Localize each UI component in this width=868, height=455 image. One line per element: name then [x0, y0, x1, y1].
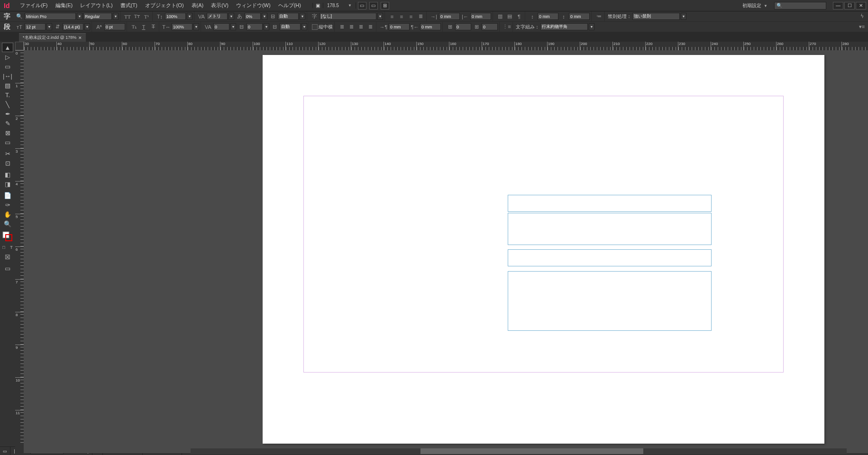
last-indent-input[interactable] [420, 23, 441, 30]
formatting-text-btn[interactable]: T [8, 243, 15, 252]
close-icon[interactable]: ✕ [78, 36, 82, 40]
gradient-feather-tool[interactable]: ◨ [2, 179, 13, 189]
line-tool[interactable]: ╲ [2, 100, 13, 109]
scale-x-input[interactable] [172, 23, 192, 30]
bridge-icon[interactable]: ▣ [312, 3, 323, 8]
aki2-input[interactable] [247, 23, 263, 30]
ruler-horizontal[interactable]: 3040506070809010011012013014015016017018… [24, 42, 868, 50]
bullets-icon[interactable]: ≔ [594, 12, 603, 21]
close-button[interactable]: ✕ [856, 2, 866, 9]
align-left-icon[interactable]: ≡ [388, 12, 396, 21]
content-collector-tool[interactable]: ▧ [2, 81, 13, 90]
justify-left-icon[interactable]: ≣ [347, 23, 356, 31]
align-center-icon[interactable]: ≡ [397, 12, 406, 21]
chevron-down-icon[interactable]: ▼ [348, 3, 352, 8]
tatechuyoko-check[interactable] [312, 24, 318, 30]
menu-layout[interactable]: レイアウト(L) [76, 1, 116, 10]
aki-input[interactable] [278, 13, 299, 20]
view-mode-btn[interactable]: ▭ [2, 264, 13, 273]
gap-tool[interactable]: |↔| [2, 71, 13, 81]
maximize-button[interactable]: ☐ [844, 2, 855, 9]
rectangle-frame-tool[interactable]: ⊠ [2, 128, 13, 137]
indent-left-input[interactable] [439, 13, 460, 20]
subscript-icon[interactable]: T₁ [130, 23, 138, 31]
grid-align-icon[interactable]: ⊞ [446, 23, 454, 31]
first-indent-input[interactable] [389, 23, 410, 30]
font-dd[interactable]: ▼ [77, 13, 82, 20]
pencil-tool[interactable]: ✎ [2, 118, 13, 128]
indent-right-input[interactable] [470, 13, 491, 20]
font-search-icon[interactable]: 🔍 [15, 12, 24, 21]
quick-apply-icon[interactable]: ϟ [858, 12, 866, 21]
char-mode-btn[interactable]: 字 [2, 12, 12, 21]
rectangle-tool[interactable]: ▭ [2, 137, 13, 147]
numbering-icon[interactable]: ⋮≡ [503, 23, 511, 31]
columns-icon[interactable]: ▥ [496, 12, 504, 21]
document-tab[interactable]: *名称未設定-2.indd @ 178% ✕ [19, 33, 86, 42]
preflight-menu-icon[interactable]: ▭ [3, 449, 7, 454]
mojikumi-select[interactable] [540, 23, 588, 30]
menu-file[interactable]: ファイル(F) [16, 1, 51, 10]
gradient-swatch-tool[interactable]: ◧ [2, 170, 13, 179]
font-size-input[interactable] [25, 23, 46, 30]
char-style-select[interactable] [320, 13, 376, 20]
fill-stroke-proxy[interactable] [2, 230, 13, 243]
kinsoku-select[interactable] [632, 13, 680, 20]
minimize-button[interactable]: — [833, 2, 843, 9]
selection-tool[interactable]: ▲ [2, 43, 13, 52]
arrange-icon[interactable]: ⊞ [381, 2, 389, 9]
panel-menu-icon[interactable]: ▾≡ [858, 23, 866, 31]
balance-icon[interactable]: ¶ [515, 12, 523, 21]
leading-input[interactable] [63, 23, 83, 30]
grid-align2-icon[interactable]: ⊞ [472, 23, 481, 31]
text-frame-2[interactable] [508, 213, 712, 245]
justify-icon[interactable]: ≣ [416, 12, 425, 21]
superscript-icon[interactable]: T¹ [142, 12, 151, 21]
pen-tool[interactable]: ✒ [2, 109, 13, 118]
align-right-icon[interactable]: ≡ [407, 12, 415, 21]
justify-right-icon[interactable]: ≣ [366, 23, 375, 31]
search-box[interactable]: 🔍 [774, 2, 826, 9]
space-after-input[interactable] [569, 13, 590, 20]
text-frame-4[interactable] [508, 271, 712, 331]
text-frame-3[interactable] [508, 249, 712, 266]
menu-type[interactable]: 書式(T) [117, 1, 141, 10]
font-family-input[interactable] [25, 13, 76, 20]
justify-center-icon[interactable]: ≣ [356, 23, 365, 31]
note-tool[interactable]: 📄 [2, 191, 13, 200]
scrollbar-thumb[interactable] [420, 448, 643, 454]
zoom-level-input[interactable] [323, 2, 347, 9]
direct-selection-tool[interactable]: ▷ [2, 52, 13, 62]
page-tool[interactable]: ▭ [2, 62, 13, 71]
menu-view[interactable]: 表示(V) [207, 1, 232, 10]
apply-none-btn[interactable]: ☒ [2, 252, 13, 262]
underline-icon[interactable]: T [139, 23, 148, 31]
canvas[interactable] [24, 50, 868, 453]
menu-object[interactable]: オブジェクト(O) [141, 1, 188, 10]
smallcaps-icon[interactable]: Tᴛ [133, 12, 141, 21]
baseline-input[interactable] [104, 23, 125, 30]
ruler-origin[interactable] [15, 42, 24, 50]
formatting-container-btn[interactable]: □ [0, 243, 8, 252]
justify-full-icon[interactable]: ≣ [338, 23, 346, 31]
text-frame-1[interactable] [508, 195, 712, 212]
tsume-input[interactable] [245, 13, 261, 20]
space-before-input[interactable] [538, 13, 558, 20]
view-mode-icon-2[interactable]: ▭ [369, 2, 378, 9]
eyedropper-tool[interactable]: ✑ [2, 200, 13, 209]
menu-edit[interactable]: 編集(E) [52, 1, 77, 10]
tracking-input[interactable] [213, 23, 229, 30]
document-page[interactable] [263, 55, 824, 444]
hand-tool[interactable]: ✋ [2, 209, 13, 219]
font-style-input[interactable] [83, 13, 112, 20]
span-icon[interactable]: ▤ [505, 12, 514, 21]
menu-table[interactable]: 表(A) [188, 1, 208, 10]
scale-y-input[interactable] [165, 13, 186, 20]
view-mode-icon-1[interactable]: ▭ [358, 2, 366, 9]
kerning-input[interactable] [207, 13, 228, 20]
scrollbar-horizontal[interactable] [191, 448, 847, 454]
workspace-selector[interactable]: 初期設定 ▼ [739, 1, 771, 10]
type-tool[interactable]: T. [2, 90, 13, 100]
style-dd[interactable]: ▼ [113, 13, 119, 20]
allcaps-icon[interactable]: TT [123, 12, 132, 21]
